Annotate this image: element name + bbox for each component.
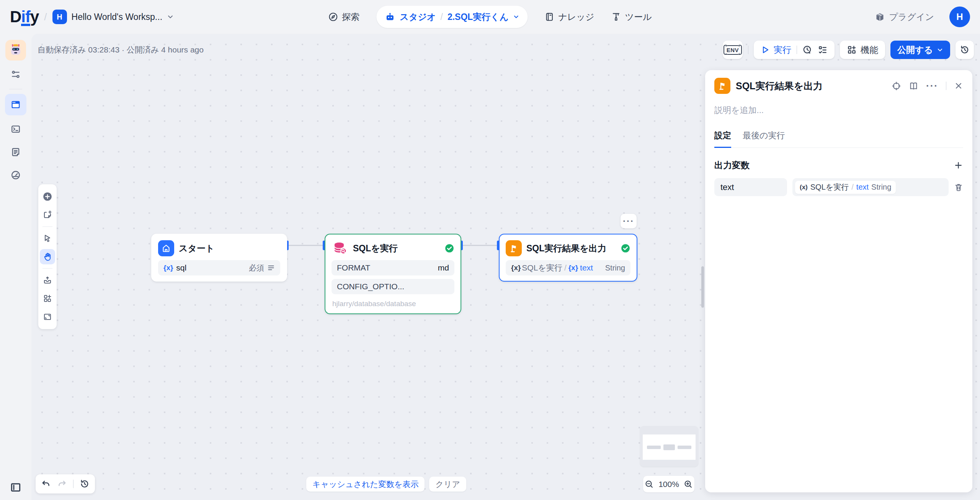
edge-start-to-sql <box>287 245 325 246</box>
required-badge: 必須 <box>249 263 264 273</box>
variable-icon: (x) <box>800 184 808 191</box>
locate-node-button[interactable] <box>892 81 901 91</box>
param-label: CONFIG_OPTIO... <box>337 282 404 291</box>
paragraph-icon <box>267 264 275 272</box>
zoom-in-button[interactable] <box>684 480 693 489</box>
orchestrate-icon <box>10 99 21 110</box>
panel-collapse-icon <box>10 482 21 493</box>
node-execute-sql[interactable]: SQLを実行 FORMAT md CONFIG_OPTIO... hjlarry… <box>325 234 461 314</box>
tab-settings[interactable]: 設定 <box>714 130 731 148</box>
flag-icon <box>509 244 518 253</box>
sidebar-preferences-button[interactable] <box>7 65 25 84</box>
sidebar-orchestrate-button[interactable] <box>5 94 26 115</box>
fit-view-button[interactable] <box>40 309 55 325</box>
organize-icon <box>43 275 52 285</box>
panel-more-button[interactable]: ··· <box>926 84 938 88</box>
sql-param-row-format[interactable]: FORMAT md <box>332 260 454 275</box>
cached-vars-controls: キャッシュされた変数を表示 クリア <box>306 477 466 492</box>
node-more-button[interactable]: ··· <box>621 214 637 228</box>
show-cached-variables-button[interactable]: キャッシュされた変数を表示 <box>306 477 425 492</box>
add-variable-button[interactable] <box>954 161 963 170</box>
env-variables-button[interactable]: ENV <box>723 41 743 59</box>
param-label: FORMAT <box>337 263 370 272</box>
redo-button[interactable] <box>57 479 67 489</box>
history-control-bar <box>36 474 95 493</box>
start-node-icon <box>158 240 174 256</box>
node-output-result[interactable]: SQL実行結果を出力 {x} SQLを実行 / {x} text String <box>499 234 637 282</box>
add-node-button[interactable] <box>40 189 55 204</box>
logs-icon <box>11 147 21 157</box>
nav-tools[interactable]: ツール <box>611 11 652 23</box>
plus-circle-icon <box>42 192 52 202</box>
canvas-control-bar <box>38 184 57 329</box>
database-search-icon <box>332 240 348 257</box>
panel-resize-handle[interactable] <box>701 266 704 308</box>
panel-tabs: 設定 最後の実行 <box>714 130 963 148</box>
app-icon-robot[interactable] <box>5 40 26 61</box>
version-history-button[interactable] <box>956 41 974 59</box>
publish-button[interactable]: 公開する <box>890 41 950 59</box>
sidebar-api-button[interactable] <box>7 120 25 138</box>
divider <box>73 480 74 488</box>
variable-name-input[interactable]: text <box>714 178 787 196</box>
nav-studio-pill[interactable]: スタジオ / 2.SQL実行くん <box>376 6 528 28</box>
variable-value-selector[interactable]: (x) SQLを実行 / text String <box>792 178 949 196</box>
zoom-level[interactable]: 100% <box>658 480 679 489</box>
zoom-out-button[interactable] <box>645 480 654 489</box>
sql-param-row-config[interactable]: CONFIG_OPTIO... <box>332 279 454 294</box>
sidebar-logs-button[interactable] <box>7 143 25 161</box>
change-history-button[interactable] <box>80 479 90 489</box>
add-note-button[interactable] <box>40 207 55 223</box>
sidebar-collapse-button[interactable] <box>10 482 21 493</box>
start-var-row[interactable]: {x} sql 必須 <box>158 260 280 275</box>
output-variable-row: text (x) SQLを実行 / text String <box>714 178 963 196</box>
run-history-icon[interactable] <box>802 45 812 55</box>
minimap[interactable] <box>640 426 698 467</box>
control-divider <box>42 226 52 227</box>
minimap-viewport <box>643 434 696 460</box>
hand-mode-button[interactable] <box>40 249 55 264</box>
robot-icon <box>385 12 395 22</box>
robot-emoji-icon <box>9 43 23 57</box>
breadcrumb-slash: / <box>44 11 47 23</box>
edge-sql-to-output <box>461 245 500 246</box>
chevron-down-icon[interactable] <box>513 14 519 20</box>
sidebar-divider <box>9 89 22 89</box>
organize-nodes-button[interactable] <box>40 272 55 288</box>
add-block-button[interactable] <box>40 291 55 306</box>
dify-logo[interactable]: Dify <box>10 8 39 26</box>
undo-button[interactable] <box>41 479 51 489</box>
book-open-icon <box>909 81 918 91</box>
source-node-name: SQLを実行 <box>810 182 849 192</box>
minimap-node <box>663 444 675 450</box>
description-input[interactable]: 説明を追加... <box>714 105 963 116</box>
panel-title[interactable]: SQL実行結果を出力 <box>736 80 886 92</box>
tab-last-run[interactable]: 最後の実行 <box>743 130 785 148</box>
run-button[interactable]: 実行 <box>761 44 791 56</box>
node-start[interactable]: スタート {x} sql 必須 <box>151 234 287 282</box>
help-docs-button[interactable] <box>909 81 918 91</box>
nav-explore[interactable]: 探索 <box>328 11 359 23</box>
nav-knowledge[interactable]: ナレッジ <box>544 11 594 23</box>
close-panel-button[interactable] <box>954 81 963 90</box>
delete-variable-button[interactable] <box>954 183 963 192</box>
checklist-icon[interactable] <box>818 45 828 55</box>
workspace-selector[interactable]: H Hello World's Worksp... <box>52 10 174 24</box>
toolbar-divider <box>748 46 748 54</box>
pointer-mode-button[interactable] <box>40 231 55 246</box>
sidebar-monitoring-button[interactable] <box>7 166 25 184</box>
output-var-row[interactable]: {x} SQLを実行 / {x} text String <box>506 260 630 275</box>
user-avatar[interactable]: H <box>949 7 970 27</box>
home-icon <box>162 244 171 253</box>
variable-type: String <box>871 183 891 192</box>
publish-label: 公開する <box>897 44 933 56</box>
nav-tools-label: ツール <box>625 11 652 23</box>
tools-icon <box>611 12 621 22</box>
nav-plugins[interactable]: プラグイン <box>875 11 934 23</box>
variable-name: text <box>856 183 869 192</box>
clear-button[interactable]: クリア <box>429 477 466 492</box>
selected-variable-chip: (x) SQLを実行 / text String <box>795 181 896 194</box>
play-icon <box>761 45 770 54</box>
canvas-top-toolbar: ENV 実行 機能 公開する <box>723 41 974 59</box>
features-button[interactable]: 機能 <box>840 41 885 59</box>
